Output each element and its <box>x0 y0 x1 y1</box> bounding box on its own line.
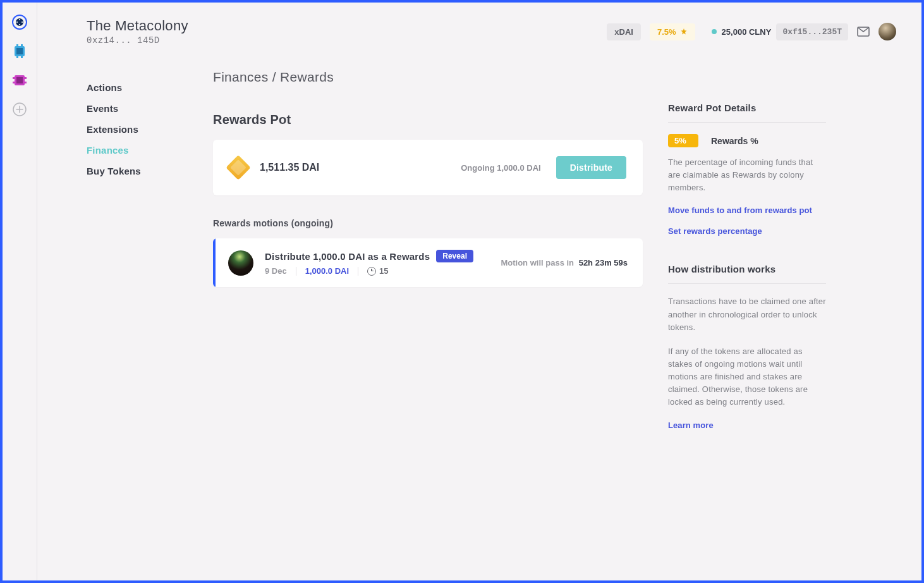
link-learn-more[interactable]: Learn more <box>668 420 826 430</box>
colony-title: The Metacolony <box>87 18 188 34</box>
dai-token-icon <box>226 155 251 180</box>
how-p2: If any of the tokens are allocated as st… <box>668 345 826 409</box>
reveal-badge: Reveal <box>436 250 473 262</box>
motion-amount: 1,000.0 DAI <box>305 266 349 276</box>
svg-rect-16 <box>25 77 27 79</box>
header: The Metacolony 0xz14... 145D xDAI 7.5% 2… <box>37 3 921 52</box>
nav-item-actions[interactable]: Actions <box>87 77 188 98</box>
link-set-percentage[interactable]: Set rewards percentage <box>668 226 826 236</box>
how-title: How distribution works <box>668 264 826 274</box>
timer-value: 52h 23m 59s <box>579 258 628 267</box>
pot-balance: 1,511.35 DAI <box>260 162 319 173</box>
details-title: Reward Pot Details <box>668 102 826 113</box>
separator <box>296 267 296 276</box>
nav-item-events[interactable]: Events <box>87 98 188 119</box>
motion-accent <box>213 238 216 287</box>
svg-rect-11 <box>21 56 23 58</box>
separator <box>358 267 358 276</box>
motion-author-avatar[interactable] <box>228 250 253 276</box>
svg-rect-17 <box>25 82 27 83</box>
mail-icon[interactable] <box>857 27 870 37</box>
timer-prefix: Motion will pass in <box>501 258 574 267</box>
svg-point-4 <box>16 21 18 23</box>
percent-chip-value: 7.5% <box>657 27 676 37</box>
wallet-address-chip: 0xf15...235T <box>776 23 848 40</box>
svg-rect-10 <box>16 56 18 58</box>
clock-icon <box>367 267 376 276</box>
svg-point-2 <box>19 19 20 20</box>
link-move-funds[interactable]: Move funds to and from rewards pot <box>668 206 826 215</box>
star-icon <box>680 28 688 35</box>
percent-description: The percentage of incoming funds that ar… <box>668 156 826 194</box>
motion-card[interactable]: Distribute 1,000.0 DAI as a Rewards Reve… <box>213 238 643 287</box>
svg-rect-14 <box>13 77 15 79</box>
divider <box>668 283 826 284</box>
user-avatar[interactable] <box>878 23 896 40</box>
colony-address: 0xz14... 145D <box>87 35 188 46</box>
nav-item-buy-tokens[interactable]: Buy Tokens <box>87 161 188 181</box>
svg-point-5 <box>21 21 23 23</box>
pot-ongoing: Ongoing 1,000.0 DAI <box>461 163 540 173</box>
nav-item-extensions[interactable]: Extensions <box>87 119 188 140</box>
how-p1: Transactions have to be claimed one afte… <box>668 295 826 333</box>
svg-rect-15 <box>13 82 15 83</box>
details-panel: Reward Pot Details 5% Rewards % The perc… <box>668 64 826 580</box>
motion-timer: Motion will pass in 52h 23m 59s <box>501 258 628 267</box>
side-nav: Actions Events Extensions Finances Buy T… <box>87 64 188 580</box>
percent-label: Rewards % <box>711 136 758 146</box>
rewards-pot-card: 1,511.35 DAI Ongoing 1,000.0 DAI Distrib… <box>213 140 643 195</box>
nav-item-finances[interactable]: Finances <box>87 140 188 161</box>
svg-rect-13 <box>16 77 23 83</box>
motions-title: Rewards motions (ongoing) <box>213 218 643 228</box>
mini-sidebar <box>3 3 37 580</box>
rewards-pot-title: Rewards Pot <box>213 113 643 127</box>
breadcrumb: Finances / Rewards <box>213 70 643 85</box>
motion-title: Distribute 1,000.0 DAI as a Rewards <box>265 251 430 262</box>
dot-icon <box>712 29 717 34</box>
divider <box>668 122 826 123</box>
sidebar-app-2[interactable] <box>11 43 28 59</box>
percent-chip[interactable]: 7.5% <box>650 23 695 40</box>
motion-date: 9 Dec <box>265 266 287 276</box>
balance-chip[interactable]: 25,000 CLNY 0xf15...235T <box>704 20 848 44</box>
sidebar-app-1[interactable] <box>11 14 28 30</box>
svg-rect-8 <box>16 44 18 46</box>
svg-point-3 <box>19 24 20 25</box>
motion-count: 15 <box>379 266 388 276</box>
sidebar-add-button[interactable] <box>11 101 28 118</box>
sidebar-app-3[interactable] <box>11 72 28 89</box>
network-chip[interactable]: xDAI <box>607 23 641 40</box>
svg-rect-9 <box>21 44 23 46</box>
distribute-button[interactable]: Distribute <box>556 156 626 179</box>
balance-value: 25,000 CLNY <box>722 27 772 37</box>
percent-badge: 5% <box>668 134 698 147</box>
svg-rect-7 <box>16 48 23 54</box>
